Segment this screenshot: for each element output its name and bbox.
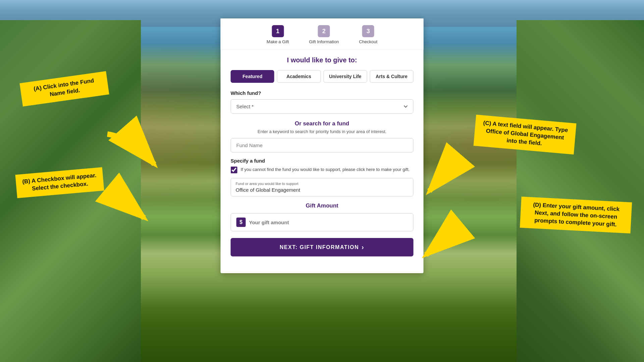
fund-area-value: Office of Global Engagement xyxy=(236,187,409,193)
dollar-sign-icon: $ xyxy=(236,218,246,227)
tab-university-life[interactable]: University Life xyxy=(323,70,367,83)
specify-checkbox[interactable] xyxy=(231,167,237,173)
step-2-label: Gift Information xyxy=(309,39,339,44)
category-tabs: Featured Academics University Life Arts … xyxy=(231,70,414,83)
fund-area-label: Fund or area you would like to support xyxy=(236,182,409,186)
step-1-circle: 1 xyxy=(272,25,284,37)
step-3: 3 Checkout xyxy=(359,25,377,44)
tab-arts-culture[interactable]: Arts & Culture xyxy=(370,70,413,83)
or-search-title: Or search for a fund xyxy=(231,120,414,127)
search-hint: Enter a keyword to search for priority f… xyxy=(231,129,414,134)
tab-academics[interactable]: Academics xyxy=(277,70,321,83)
step-2-circle: 2 xyxy=(318,25,330,37)
step-3-label: Checkout xyxy=(359,39,377,44)
specify-label: Specify a fund xyxy=(231,158,414,164)
arrow-c xyxy=(426,161,473,194)
steps-header: 1 Make a Gift 2 Gift Information 3 Check… xyxy=(221,18,424,50)
gift-amount-input[interactable] xyxy=(249,220,408,225)
step-1: 1 Make a Gift xyxy=(267,25,289,44)
form-content: I would like to give to: Featured Academ… xyxy=(221,50,424,263)
trees-right xyxy=(517,20,644,362)
which-fund-label: Which fund? xyxy=(231,90,414,96)
step-1-label: Make a Gift xyxy=(267,39,289,44)
arrow-a xyxy=(104,131,158,171)
step-2: 2 Gift Information xyxy=(309,25,339,44)
next-button-label: NEXT: GIFT INFORMATION xyxy=(280,244,359,250)
fund-select[interactable]: Select * xyxy=(231,99,414,114)
arrow-b xyxy=(101,198,148,225)
gift-amount-row: $ xyxy=(231,213,414,231)
fund-area-container: Fund or area you would like to support O… xyxy=(231,178,414,196)
gift-amount-title: Gift Amount xyxy=(231,202,414,209)
specify-text: If you cannot find the fund you would li… xyxy=(241,166,410,173)
annotation-d: (D) Enter your gift amount, click Next, … xyxy=(520,196,632,233)
specify-row: If you cannot find the fund you would li… xyxy=(231,166,414,173)
step-3-circle: 3 xyxy=(362,25,374,37)
arrow-d xyxy=(423,235,470,261)
donation-form: 1 Make a Gift 2 Gift Information 3 Check… xyxy=(221,18,424,273)
fund-name-input[interactable] xyxy=(231,138,414,153)
next-button[interactable]: NEXT: GIFT INFORMATION › xyxy=(231,238,414,256)
next-button-arrow: › xyxy=(362,243,364,251)
tab-featured[interactable]: Featured xyxy=(231,70,274,83)
give-to-title: I would like to give to: xyxy=(231,56,414,64)
